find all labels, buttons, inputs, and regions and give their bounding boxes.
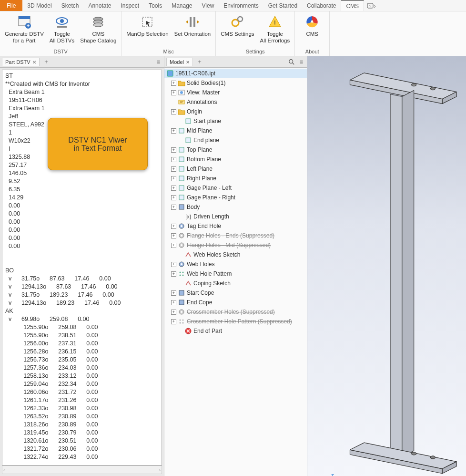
expand-toggle[interactable]: + bbox=[171, 157, 176, 162]
dstv-text-viewer[interactable]: ST **Created with CMS for Inventor Extra… bbox=[2, 70, 162, 466]
tree-item[interactable]: +Gage Plane - Left bbox=[164, 183, 307, 193]
panel-menu-icon[interactable]: ≡ bbox=[155, 58, 162, 66]
help-dropdown[interactable]: ? bbox=[364, 0, 379, 11]
tree-item[interactable]: +Body bbox=[164, 202, 307, 212]
expand-toggle[interactable]: + bbox=[171, 310, 176, 315]
expand-toggle[interactable]: + bbox=[171, 290, 176, 296]
svg-point-43 bbox=[181, 244, 182, 246]
menu-item-annotate[interactable]: Annotate bbox=[83, 0, 116, 11]
expand-toggle[interactable]: + bbox=[171, 128, 176, 134]
tree-item[interactable]: +End Cope bbox=[164, 298, 307, 307]
expand-toggle[interactable]: + bbox=[171, 81, 176, 86]
expand-toggle[interactable]: + bbox=[171, 271, 176, 277]
tree-item[interactable]: +Top Plane bbox=[164, 145, 307, 155]
expand-toggle[interactable]: + bbox=[171, 233, 176, 238]
tree-item[interactable]: +Gage Plane - Right bbox=[164, 193, 307, 202]
expand-toggle[interactable]: + bbox=[171, 243, 176, 248]
tree-item[interactable]: +Crossmember Hole Pattern (Suppressed) bbox=[164, 317, 307, 326]
expand-toggle[interactable]: + bbox=[171, 166, 176, 172]
ribbon-btn-manop-selection[interactable]: ManOp Selection bbox=[123, 12, 171, 48]
tree-item[interactable]: +View: Master bbox=[164, 88, 307, 97]
ribbon-btn-set-orientation[interactable]: Set Orientation bbox=[172, 12, 214, 48]
tree-item[interactable]: End plane bbox=[164, 135, 307, 145]
tree-item[interactable]: +Solid Bodies(1) bbox=[164, 78, 307, 88]
menu-item-manage[interactable]: Manage bbox=[167, 0, 197, 11]
menu-item-file[interactable]: File bbox=[0, 0, 22, 11]
3d-viewport[interactable]: X Y Z bbox=[307, 56, 466, 476]
expand-toggle[interactable]: + bbox=[171, 147, 176, 153]
search-icon[interactable] bbox=[286, 58, 297, 66]
add-tab-button[interactable]: ＋ bbox=[194, 57, 205, 67]
close-icon[interactable]: ✕ bbox=[186, 60, 190, 65]
menu-item-collaborate[interactable]: Collaborate bbox=[302, 0, 341, 11]
tree-root[interactable]: 19511-CR06.ipt bbox=[164, 69, 307, 78]
svg-point-67 bbox=[412, 83, 416, 86]
ribbon-btn-generate-dstv-for-a-part[interactable]: Generate DSTVfor a Part bbox=[2, 12, 47, 48]
ribbon-btn-cms-shape-catalog[interactable]: CMSShape Catalog bbox=[77, 12, 119, 48]
tree-item[interactable]: +Flange Holes - Mid (Suppressed) bbox=[164, 240, 307, 250]
cms-icon bbox=[304, 14, 320, 30]
tree-item-label: Solid Bodies(1) bbox=[187, 80, 225, 86]
hole-sup-icon bbox=[178, 241, 185, 249]
scroll-right-icon[interactable]: › bbox=[159, 467, 161, 473]
folder-icon bbox=[178, 108, 185, 115]
menu-item-view[interactable]: View bbox=[197, 0, 219, 11]
tree-item[interactable]: +Flange Holes - Ends (Suppressed) bbox=[164, 231, 307, 240]
menu-item-inspect[interactable]: Inspect bbox=[116, 0, 144, 11]
menu-item-tools[interactable]: Tools bbox=[144, 0, 167, 11]
tree-item[interactable]: Coping Sketch bbox=[164, 279, 307, 288]
menu-item-cms[interactable]: CMS bbox=[341, 0, 364, 11]
tree-item[interactable]: +Start Cope bbox=[164, 288, 307, 298]
expand-toggle bbox=[178, 119, 183, 124]
document-icon bbox=[166, 70, 174, 77]
expand-toggle[interactable]: + bbox=[171, 176, 176, 181]
menu-item-sketch[interactable]: Sketch bbox=[57, 0, 84, 11]
svg-marker-63 bbox=[402, 91, 414, 457]
expand-toggle[interactable]: + bbox=[171, 195, 176, 200]
svg-point-68 bbox=[430, 87, 435, 90]
expand-toggle[interactable]: + bbox=[171, 90, 176, 95]
tree-item[interactable]: +Crossmember Holes (Suppressed) bbox=[164, 307, 307, 317]
tree-item[interactable]: +Web Holes bbox=[164, 259, 307, 269]
tree-item[interactable]: +Left Plane bbox=[164, 164, 307, 174]
menu-item-environments[interactable]: Environments bbox=[219, 0, 263, 11]
tree-item[interactable]: +Mid Plane bbox=[164, 126, 307, 135]
tree-item[interactable]: +Tag End Hole bbox=[164, 221, 307, 231]
menu-item-3d-model[interactable]: 3D Model bbox=[22, 0, 56, 11]
expand-toggle[interactable]: + bbox=[171, 300, 176, 305]
ribbon-btn-toggle-all-errorlogs[interactable]: !ToggleAll Errorlogs bbox=[257, 12, 293, 48]
svg-marker-15 bbox=[197, 21, 199, 23]
horizontal-scrollbar[interactable]: ‹ › bbox=[2, 466, 162, 474]
add-tab-button[interactable]: ＋ bbox=[41, 57, 52, 67]
scroll-left-icon[interactable]: ‹ bbox=[3, 467, 5, 473]
svg-point-53 bbox=[181, 311, 182, 313]
tree-item[interactable]: [x]Driven Length bbox=[164, 212, 307, 221]
tree-item[interactable]: End of Part bbox=[164, 326, 307, 336]
expand-toggle[interactable]: + bbox=[171, 224, 176, 229]
tree-item[interactable]: +Origin bbox=[164, 107, 307, 116]
tree-item[interactable]: Web Holes Sketch bbox=[164, 250, 307, 259]
tree-item[interactable]: Start plane bbox=[164, 116, 307, 126]
ribbon-group-about: CMSAbout bbox=[295, 11, 330, 56]
tree-item[interactable]: +Right Plane bbox=[164, 174, 307, 183]
model-tab[interactable]: Model ✕ bbox=[166, 58, 193, 66]
menu-item-get-started[interactable]: Get Started bbox=[263, 0, 302, 11]
expand-toggle[interactable]: + bbox=[171, 109, 176, 114]
part-dstv-tab[interactable]: Part DSTV ✕ bbox=[2, 58, 40, 66]
tree-item[interactable]: Annotations bbox=[164, 97, 307, 107]
ribbon-btn-cms-settings[interactable]: CMS Settings bbox=[218, 12, 257, 48]
tree-item[interactable]: +Web Hole Pattern bbox=[164, 269, 307, 279]
ribbon-btn-cms[interactable]: CMS bbox=[297, 12, 327, 48]
orient-icon bbox=[185, 14, 200, 30]
tree-item[interactable]: +Bottom Plane bbox=[164, 155, 307, 164]
expand-toggle[interactable]: + bbox=[171, 205, 176, 210]
expand-toggle[interactable]: + bbox=[171, 186, 176, 191]
svg-rect-13 bbox=[193, 17, 195, 27]
expand-toggle[interactable]: + bbox=[171, 319, 176, 324]
panel-menu-icon[interactable]: ≡ bbox=[298, 58, 305, 66]
close-icon[interactable]: ✕ bbox=[32, 60, 36, 65]
ribbon-btn-toggle-all-dstvs[interactable]: ToggleAll DSTVs bbox=[47, 12, 77, 48]
orientation-triad[interactable]: X Y Z bbox=[318, 471, 346, 476]
expand-toggle[interactable]: + bbox=[171, 262, 176, 267]
svg-point-17 bbox=[238, 17, 243, 21]
